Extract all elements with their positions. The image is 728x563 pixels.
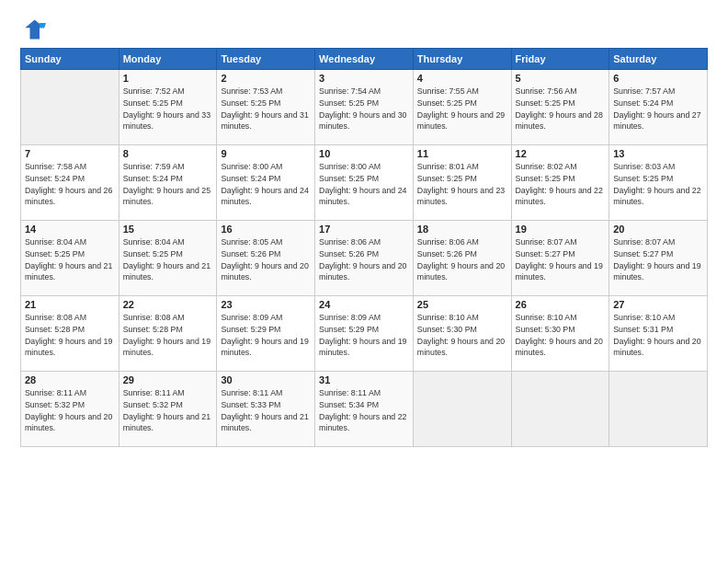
day-number: 28 [25, 374, 115, 385]
day-cell: 7Sunrise: 7:58 AMSunset: 5:24 PMDaylight… [21, 145, 119, 221]
day-info: Sunrise: 8:04 AMSunset: 5:25 PMDaylight:… [25, 236, 115, 283]
day-cell: 5Sunrise: 7:56 AMSunset: 5:25 PMDaylight… [511, 70, 609, 145]
day-info: Sunrise: 8:11 AMSunset: 5:34 PMDaylight:… [319, 387, 409, 434]
logo [20, 17, 50, 42]
col-header-wednesday: Wednesday [315, 49, 414, 70]
day-info: Sunrise: 8:10 AMSunset: 5:30 PMDaylight:… [417, 312, 507, 359]
day-cell: 31Sunrise: 8:11 AMSunset: 5:34 PMDayligh… [315, 372, 414, 447]
day-cell: 18Sunrise: 8:06 AMSunset: 5:26 PMDayligh… [413, 221, 511, 296]
day-info: Sunrise: 8:08 AMSunset: 5:28 PMDaylight:… [25, 312, 115, 359]
calendar: SundayMondayTuesdayWednesdayThursdayFrid… [20, 48, 708, 447]
day-cell: 22Sunrise: 8:08 AMSunset: 5:28 PMDayligh… [119, 296, 217, 372]
day-info: Sunrise: 8:09 AMSunset: 5:29 PMDaylight:… [319, 312, 409, 359]
week-row-2: 7Sunrise: 7:58 AMSunset: 5:24 PMDaylight… [21, 145, 708, 221]
day-number: 7 [25, 148, 115, 159]
day-cell: 15Sunrise: 8:04 AMSunset: 5:25 PMDayligh… [119, 221, 217, 296]
day-number: 4 [417, 73, 507, 84]
day-info: Sunrise: 8:03 AMSunset: 5:25 PMDaylight:… [613, 161, 703, 208]
day-info: Sunrise: 7:58 AMSunset: 5:24 PMDaylight:… [25, 161, 115, 208]
day-cell: 17Sunrise: 8:06 AMSunset: 5:26 PMDayligh… [315, 221, 414, 296]
day-cell: 19Sunrise: 8:07 AMSunset: 5:27 PMDayligh… [511, 221, 609, 296]
day-number: 20 [613, 224, 703, 235]
day-cell: 30Sunrise: 8:11 AMSunset: 5:33 PMDayligh… [217, 372, 315, 447]
day-cell: 29Sunrise: 8:11 AMSunset: 5:32 PMDayligh… [119, 372, 217, 447]
day-number: 18 [417, 224, 507, 235]
day-number: 14 [25, 224, 115, 235]
day-number: 19 [516, 224, 606, 235]
day-number: 1 [123, 73, 213, 84]
week-row-1: 1Sunrise: 7:52 AMSunset: 5:25 PMDaylight… [21, 70, 708, 145]
day-number: 2 [221, 73, 311, 84]
page: SundayMondayTuesdayWednesdayThursdayFrid… [0, 0, 728, 563]
day-info: Sunrise: 8:00 AMSunset: 5:25 PMDaylight:… [319, 161, 409, 208]
day-cell: 6Sunrise: 7:57 AMSunset: 5:24 PMDaylight… [609, 70, 708, 145]
day-cell [413, 372, 511, 447]
day-cell: 25Sunrise: 8:10 AMSunset: 5:30 PMDayligh… [413, 296, 511, 372]
day-number: 21 [25, 299, 115, 310]
day-cell [21, 70, 119, 145]
day-number: 6 [613, 73, 703, 84]
col-header-thursday: Thursday [413, 49, 511, 70]
day-cell: 12Sunrise: 8:02 AMSunset: 5:25 PMDayligh… [511, 145, 609, 221]
day-number: 16 [221, 224, 311, 235]
day-number: 31 [319, 374, 409, 385]
day-info: Sunrise: 7:55 AMSunset: 5:25 PMDaylight:… [417, 86, 507, 132]
day-number: 15 [123, 224, 213, 235]
day-cell: 24Sunrise: 8:09 AMSunset: 5:29 PMDayligh… [315, 296, 414, 372]
day-number: 3 [319, 73, 409, 84]
day-cell: 16Sunrise: 8:05 AMSunset: 5:26 PMDayligh… [217, 221, 315, 296]
day-number: 24 [319, 299, 409, 310]
day-info: Sunrise: 8:08 AMSunset: 5:28 PMDaylight:… [123, 312, 213, 359]
day-cell: 3Sunrise: 7:54 AMSunset: 5:25 PMDaylight… [315, 70, 414, 145]
day-cell: 9Sunrise: 8:00 AMSunset: 5:24 PMDaylight… [217, 145, 315, 221]
day-number: 17 [319, 224, 409, 235]
col-header-tuesday: Tuesday [217, 49, 315, 70]
header [20, 17, 708, 42]
day-info: Sunrise: 8:11 AMSunset: 5:33 PMDaylight:… [221, 387, 311, 434]
week-row-3: 14Sunrise: 8:04 AMSunset: 5:25 PMDayligh… [21, 221, 708, 296]
day-info: Sunrise: 8:04 AMSunset: 5:25 PMDaylight:… [123, 236, 213, 283]
day-cell: 4Sunrise: 7:55 AMSunset: 5:25 PMDaylight… [413, 70, 511, 145]
day-cell: 13Sunrise: 8:03 AMSunset: 5:25 PMDayligh… [609, 145, 708, 221]
day-info: Sunrise: 8:09 AMSunset: 5:29 PMDaylight:… [221, 312, 311, 359]
day-cell: 2Sunrise: 7:53 AMSunset: 5:25 PMDaylight… [217, 70, 315, 145]
day-info: Sunrise: 8:10 AMSunset: 5:31 PMDaylight:… [613, 312, 703, 359]
day-info: Sunrise: 8:07 AMSunset: 5:27 PMDaylight:… [516, 236, 606, 283]
col-header-sunday: Sunday [21, 49, 119, 70]
day-info: Sunrise: 8:11 AMSunset: 5:32 PMDaylight:… [123, 387, 213, 434]
day-cell: 21Sunrise: 8:08 AMSunset: 5:28 PMDayligh… [21, 296, 119, 372]
day-info: Sunrise: 7:59 AMSunset: 5:24 PMDaylight:… [123, 161, 213, 208]
day-cell: 20Sunrise: 8:07 AMSunset: 5:27 PMDayligh… [609, 221, 708, 296]
header-row: SundayMondayTuesdayWednesdayThursdayFrid… [21, 49, 708, 70]
day-info: Sunrise: 8:11 AMSunset: 5:32 PMDaylight:… [25, 387, 115, 434]
col-header-saturday: Saturday [609, 49, 708, 70]
day-info: Sunrise: 7:52 AMSunset: 5:25 PMDaylight:… [123, 86, 213, 132]
day-cell: 8Sunrise: 7:59 AMSunset: 5:24 PMDaylight… [119, 145, 217, 221]
day-cell: 26Sunrise: 8:10 AMSunset: 5:30 PMDayligh… [511, 296, 609, 372]
logo-icon [20, 17, 46, 42]
day-info: Sunrise: 7:54 AMSunset: 5:25 PMDaylight:… [319, 86, 409, 132]
day-cell: 1Sunrise: 7:52 AMSunset: 5:25 PMDaylight… [119, 70, 217, 145]
day-number: 29 [123, 374, 213, 385]
day-cell: 14Sunrise: 8:04 AMSunset: 5:25 PMDayligh… [21, 221, 119, 296]
day-number: 11 [417, 148, 507, 159]
day-number: 22 [123, 299, 213, 310]
week-row-5: 28Sunrise: 8:11 AMSunset: 5:32 PMDayligh… [21, 372, 708, 447]
day-cell [511, 372, 609, 447]
day-cell: 10Sunrise: 8:00 AMSunset: 5:25 PMDayligh… [315, 145, 414, 221]
day-number: 13 [613, 148, 703, 159]
day-number: 5 [516, 73, 606, 84]
day-number: 25 [417, 299, 507, 310]
day-cell: 23Sunrise: 8:09 AMSunset: 5:29 PMDayligh… [217, 296, 315, 372]
day-number: 30 [221, 374, 311, 385]
day-cell: 28Sunrise: 8:11 AMSunset: 5:32 PMDayligh… [21, 372, 119, 447]
day-info: Sunrise: 8:06 AMSunset: 5:26 PMDaylight:… [319, 236, 409, 283]
day-number: 12 [516, 148, 606, 159]
day-info: Sunrise: 7:56 AMSunset: 5:25 PMDaylight:… [516, 86, 606, 132]
svg-marker-0 [25, 20, 44, 40]
day-cell [609, 372, 708, 447]
day-number: 9 [221, 148, 311, 159]
day-info: Sunrise: 7:57 AMSunset: 5:24 PMDaylight:… [613, 86, 703, 132]
day-info: Sunrise: 8:00 AMSunset: 5:24 PMDaylight:… [221, 161, 311, 208]
day-info: Sunrise: 8:07 AMSunset: 5:27 PMDaylight:… [613, 236, 703, 283]
